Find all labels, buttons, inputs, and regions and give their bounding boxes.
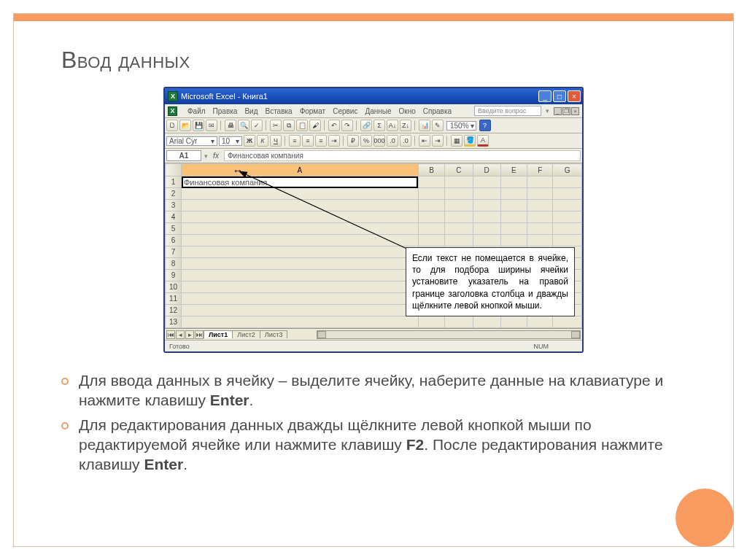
cell[interactable] (500, 176, 527, 188)
autosum-icon[interactable]: Σ (374, 120, 385, 131)
percent-icon[interactable]: % (360, 135, 372, 147)
cell[interactable] (473, 235, 500, 246)
increase-indent-icon[interactable]: ⇥ (432, 135, 444, 147)
tab-nav-first-icon[interactable]: ⏮ (166, 330, 175, 339)
cell[interactable] (182, 293, 419, 305)
cell[interactable] (500, 235, 527, 246)
horizontal-scrollbar[interactable] (317, 330, 581, 339)
save-icon[interactable]: 💾 (193, 120, 204, 131)
row-header[interactable]: 4 (166, 211, 182, 223)
cell[interactable] (527, 223, 553, 235)
cell[interactable] (418, 211, 445, 223)
ask-dropdown-icon[interactable]: ▾ (546, 107, 549, 114)
col-header-B[interactable]: B (418, 164, 445, 176)
chart-icon[interactable]: 📊 (419, 120, 430, 131)
row-header[interactable]: 1 (166, 176, 182, 188)
col-header-C[interactable]: C (445, 164, 473, 176)
cell[interactable] (418, 316, 445, 328)
chevron-down-icon[interactable]: ▾ (211, 137, 214, 145)
sort-desc-icon[interactable]: Z↓ (400, 120, 411, 131)
row-header[interactable]: 5 (166, 223, 182, 235)
row-header[interactable]: 13 (166, 316, 182, 328)
cell[interactable] (527, 188, 553, 200)
formula-input[interactable]: Финансовая компания (224, 150, 581, 161)
cell[interactable] (553, 235, 582, 246)
new-icon[interactable]: 🗋 (166, 120, 178, 131)
sheet-tab-1[interactable]: Лист1 (204, 330, 233, 338)
close-button[interactable]: × (568, 90, 581, 102)
cell[interactable] (553, 211, 582, 223)
chevron-down-icon[interactable]: ▾ (236, 137, 239, 145)
cell[interactable] (418, 200, 445, 211)
ask-input[interactable]: Введите вопрос (474, 106, 541, 116)
col-header-F[interactable]: F (527, 164, 553, 176)
title-bar[interactable]: X Microsoft Excel - Книга1 _ □ × (165, 88, 582, 104)
increase-decimal-icon[interactable]: .0 (387, 135, 398, 147)
cell[interactable] (182, 211, 419, 223)
menu-help[interactable]: Справка (423, 107, 452, 115)
cell[interactable] (473, 223, 500, 235)
col-header-A[interactable]: A (182, 164, 419, 176)
cell[interactable] (182, 223, 419, 235)
spelling-icon[interactable]: ✓ (251, 120, 263, 131)
menu-tools[interactable]: Сервис (333, 107, 357, 115)
cell[interactable] (418, 223, 445, 235)
cell[interactable] (527, 235, 553, 246)
decrease-decimal-icon[interactable]: .0 (400, 135, 411, 147)
cell[interactable]: Финансовая компания (182, 176, 419, 188)
cell[interactable] (473, 316, 500, 328)
row-header[interactable]: 8 (166, 258, 182, 270)
row-header[interactable]: 7 (166, 246, 182, 258)
font-color-icon[interactable]: A (477, 135, 489, 147)
doc-restore-button[interactable]: ❐ (562, 107, 570, 115)
align-right-icon[interactable]: ≡ (315, 135, 327, 147)
cell[interactable] (182, 258, 419, 270)
fill-color-icon[interactable]: 🪣 (464, 135, 476, 147)
cell[interactable] (182, 270, 419, 281)
font-size-select[interactable]: 10▾ (219, 136, 242, 146)
row-header[interactable]: 11 (166, 293, 182, 305)
currency-icon[interactable]: ₽ (347, 135, 359, 147)
maximize-button[interactable]: □ (553, 90, 566, 102)
menu-window[interactable]: Окно (399, 107, 416, 115)
row-header[interactable]: 6 (166, 235, 182, 246)
permission-icon[interactable]: ✉ (206, 120, 217, 131)
font-select[interactable]: Arial Cyr▾ (166, 136, 217, 146)
cell[interactable] (445, 200, 473, 211)
cell[interactable] (182, 200, 419, 211)
cell[interactable] (553, 223, 582, 235)
format-painter-icon[interactable]: 🖌 (309, 120, 321, 131)
cell[interactable] (445, 176, 473, 188)
decrease-indent-icon[interactable]: ⇤ (419, 135, 430, 147)
cell[interactable] (445, 223, 473, 235)
print-icon[interactable]: 🖶 (225, 120, 236, 131)
select-all-button[interactable] (166, 164, 182, 176)
fx-icon[interactable]: fx (211, 151, 221, 161)
cell[interactable] (418, 235, 445, 246)
align-left-icon[interactable]: ≡ (289, 135, 301, 147)
col-header-G[interactable]: G (553, 164, 582, 176)
row-header[interactable]: 10 (166, 281, 182, 293)
cell[interactable] (445, 316, 473, 328)
cell[interactable] (500, 316, 527, 328)
cell[interactable] (527, 316, 553, 328)
cell[interactable] (553, 200, 582, 211)
cell[interactable] (473, 211, 500, 223)
cell[interactable] (500, 188, 527, 200)
cell[interactable] (182, 316, 419, 328)
menu-edit[interactable]: Правка (213, 107, 238, 115)
cell[interactable] (473, 176, 500, 188)
doc-close-button[interactable]: × (571, 107, 579, 115)
cell[interactable] (182, 235, 419, 246)
menu-file[interactable]: Файл (187, 107, 206, 115)
hyperlink-icon[interactable]: 🔗 (360, 120, 372, 131)
cell[interactable] (418, 188, 445, 200)
bold-icon[interactable]: Ж (244, 135, 255, 147)
merge-center-icon[interactable]: ⇥ (328, 135, 340, 147)
cell[interactable] (553, 188, 582, 200)
row-header[interactable]: 2 (166, 188, 182, 200)
underline-icon[interactable]: Ч (270, 135, 282, 147)
zoom-field[interactable]: 150%▾ (446, 121, 476, 131)
sort-asc-icon[interactable]: A↓ (387, 120, 398, 131)
doc-minimize-button[interactable]: _ (554, 107, 562, 115)
